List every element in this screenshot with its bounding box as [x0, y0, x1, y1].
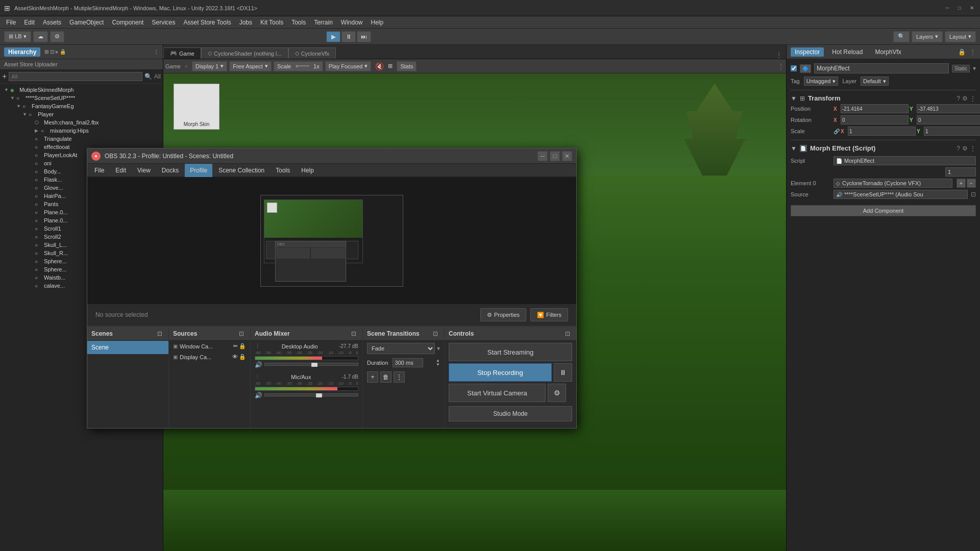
add-element-btn[interactable]: +	[957, 179, 966, 188]
menu-assets[interactable]: Assets	[39, 16, 65, 28]
hot-reload-tab[interactable]: Hot Reload	[828, 47, 867, 57]
menu-file[interactable]: File	[2, 16, 20, 28]
rot-x-input[interactable]	[841, 115, 909, 124]
remove-element-btn[interactable]: −	[967, 179, 976, 188]
transform-help[interactable]: ?	[957, 95, 960, 102]
obs-menu-scene-collection[interactable]: Scene Collection	[213, 164, 270, 177]
pause-button[interactable]: ⏸	[341, 31, 356, 42]
inspector-options[interactable]: ⋮	[970, 48, 976, 56]
game-tab[interactable]: 🎮 Game	[163, 47, 201, 59]
menu-jobs[interactable]: Jobs	[235, 16, 256, 28]
play-button[interactable]: ▶	[326, 31, 340, 42]
menu-component[interactable]: Component	[108, 16, 148, 28]
morph-help[interactable]: ?	[957, 145, 960, 152]
source-link[interactable]: ⊡	[971, 191, 976, 198]
transform-settings[interactable]: ⚙	[962, 95, 968, 102]
maximize-btn[interactable]: □	[955, 4, 964, 12]
layers-dropdown[interactable]: Layers ▾	[912, 31, 943, 42]
display-eye-icon[interactable]: 👁	[232, 354, 238, 360]
sources-popup-btn[interactable]: ⊡	[237, 329, 246, 338]
play-focused-dropdown[interactable]: Play Focused ▾	[325, 61, 372, 71]
step-button[interactable]: ⏭	[357, 31, 371, 42]
layer-dropdown[interactable]: Default ▾	[861, 77, 889, 86]
morphvfx-tab[interactable]: MorphVfx	[871, 47, 905, 57]
aspect-dropdown[interactable]: Free Aspect ▾	[229, 61, 272, 71]
collab-button[interactable]: ⚙	[50, 31, 64, 42]
stats-button[interactable]: Stats	[397, 61, 416, 71]
tree-item-scenesetup[interactable]: ▼ ○ ****SceneSetUP****	[0, 94, 163, 102]
duration-down[interactable]: ▼	[436, 363, 440, 367]
obs-menu-tools[interactable]: Tools	[271, 164, 295, 177]
lb-dropdown[interactable]: ⊞ LB ▾	[4, 31, 31, 42]
cyclone-shader-tab[interactable]: ◇ CycloneShader (nothing l...	[201, 47, 288, 59]
minimize-btn[interactable]: ─	[943, 4, 951, 12]
cloud-button[interactable]: ☁	[33, 31, 48, 42]
morph-settings[interactable]: ⚙	[962, 145, 968, 152]
scale-y-input[interactable]	[924, 127, 980, 136]
transform-menu[interactable]: ⋮	[970, 95, 976, 102]
lock-icon[interactable]: 🔒	[239, 343, 246, 349]
search-button[interactable]: 🔍	[893, 31, 910, 42]
rot-y-input[interactable]	[917, 115, 980, 124]
obs-menu-edit[interactable]: Edit	[110, 164, 131, 177]
transitions-popup-btn[interactable]: ⊡	[431, 329, 440, 338]
controls-popup-btn[interactable]: ⊡	[563, 329, 572, 338]
pos-x-input[interactable]	[841, 104, 909, 113]
scenes-popup-btn[interactable]: ⊡	[155, 329, 164, 338]
start-streaming-button[interactable]: Start Streaming	[449, 343, 572, 361]
cyclone-vfx-tab[interactable]: ◇ CycloneVfx	[288, 47, 336, 59]
tree-item-fantasygame[interactable]: ▼ ○ FantasyGameEg	[0, 102, 163, 110]
mic-options[interactable]: ⋮	[255, 373, 260, 380]
add-component-button[interactable]: Add Component	[791, 205, 976, 216]
source-item-windowca[interactable]: ▣ Window Ca... ✏ 🔒	[169, 341, 250, 352]
scale-x-input[interactable]	[848, 127, 916, 136]
tab-options[interactable]: ⋮	[776, 52, 786, 59]
transition-menu-btn[interactable]: ⋮	[394, 371, 405, 383]
display-lock-icon[interactable]: 🔒	[239, 354, 246, 360]
menu-terrain[interactable]: Terrain	[310, 16, 337, 28]
obs-maximize[interactable]: □	[550, 151, 560, 161]
obs-menu-help[interactable]: Help	[296, 164, 319, 177]
tree-item-hips[interactable]: ▶ ○ mixamorig:Hips	[0, 127, 163, 135]
add-icon[interactable]: +	[2, 72, 7, 81]
hierarchy-tab[interactable]: Hierarchy	[4, 47, 40, 57]
close-btn[interactable]: ✕	[968, 4, 976, 12]
obs-minimize[interactable]: ─	[537, 151, 548, 161]
display-dropdown[interactable]: Display 1 ▾	[192, 61, 227, 71]
pause-recording-button[interactable]: ⏸	[554, 363, 572, 382]
start-virtual-camera-button[interactable]: Start Virtual Camera	[449, 384, 546, 402]
obs-menu-view[interactable]: View	[132, 164, 156, 177]
duration-input[interactable]	[393, 358, 423, 367]
morph-toggle[interactable]: ▼	[791, 145, 797, 152]
menu-window[interactable]: Window	[337, 16, 367, 28]
obs-menu-file[interactable]: File	[89, 164, 109, 177]
obs-menu-docks[interactable]: Docks	[157, 164, 184, 177]
morph-value-input[interactable]	[945, 167, 976, 177]
vr-icon[interactable]: ⊞	[388, 63, 393, 69]
stop-recording-button[interactable]: Stop Recording	[449, 363, 552, 382]
tree-item-mesh[interactable]: ⬡ Mesh:chara_final2.fbx	[0, 118, 163, 127]
tag-dropdown[interactable]: Untagged ▾	[804, 77, 839, 86]
pos-y-input[interactable]	[917, 104, 980, 113]
mute-icon[interactable]: 🔇	[375, 62, 384, 70]
menu-edit[interactable]: Edit	[20, 16, 39, 28]
tree-item-triangulate[interactable]: ○ Triangulate	[0, 135, 163, 143]
menu-kit-tools[interactable]: Kit Tools	[256, 16, 287, 28]
mic-fader-handle[interactable]	[316, 393, 322, 397]
static-arrow[interactable]: ▾	[973, 65, 976, 72]
element-reference[interactable]: ◇ CycloneTornado (Cyclone VFX)	[834, 179, 952, 188]
inspector-lock[interactable]: 🔒	[958, 48, 966, 56]
desktop-fader-handle[interactable]	[311, 363, 317, 367]
scene-item-scene[interactable]: Scene	[87, 341, 168, 354]
menu-services[interactable]: Services	[148, 16, 179, 28]
asset-store-uploader-tab[interactable]: Asset Store Uploader	[4, 61, 58, 67]
menu-asset-store-tools[interactable]: Asset Store Tools	[179, 16, 235, 28]
layout-dropdown[interactable]: Layout ▾	[945, 31, 976, 42]
tree-item-player[interactable]: ▼ ○ Player	[0, 110, 163, 118]
desktop-audio-options[interactable]: ⋮	[255, 343, 260, 349]
edit-icon[interactable]: ✏	[233, 343, 238, 349]
virtual-cam-settings-btn[interactable]: ⚙	[548, 384, 566, 402]
object-name-input[interactable]	[814, 63, 949, 73]
script-reference[interactable]: 📄 MorphEffect	[834, 156, 976, 165]
obs-properties-btn[interactable]: ⚙ Properties	[480, 308, 526, 321]
